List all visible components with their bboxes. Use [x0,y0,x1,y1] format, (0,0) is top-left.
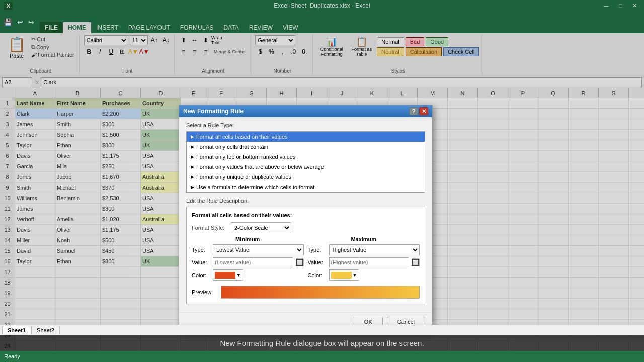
rule-label-5: Use a formula to determine which cells t… [196,184,314,190]
max-color-button[interactable]: ▼ [329,269,359,281]
dialog-help-button[interactable]: ? [409,107,418,115]
minmax-row: Minimum Type: Lowest Value Value: 🔲 [192,236,420,283]
rule-item-2[interactable]: ▶ Format only top or bottom ranked value… [187,152,425,162]
rule-label-3: Format only values that are above or bel… [196,164,324,170]
max-value-label: Value: [308,259,327,265]
max-color-row: Color: ▼ [308,269,420,281]
max-type-select[interactable]: Highest Value [329,244,420,255]
rule-item-4[interactable]: ▶ Format only unique or duplicate values [187,172,425,182]
max-value-row: Value: 🔲 [308,257,420,267]
preview-label: Preview [192,289,217,295]
dialog-title-bar: New Formatting Rule ? ✕ [179,105,432,117]
edit-rule-label: Edit the Rule Description: [186,198,425,204]
rule-type-list: ▶ Format all cells based on their values… [186,131,425,193]
status-bar: Ready [0,351,644,362]
rule-arrow-0: ▶ [191,134,194,139]
maximum-col: Maximum Type: Highest Value Value: 🔲 [308,236,420,283]
min-type-row: Type: Lowest Value [192,244,304,255]
dialog-close-button[interactable]: ✕ [419,107,428,115]
rule-item-3[interactable]: ▶ Format only values that are above or b… [187,162,425,172]
rule-arrow-1: ▶ [191,144,194,149]
min-value-picker-icon[interactable]: 🔲 [295,258,304,266]
max-value-picker-icon[interactable]: 🔲 [411,258,420,266]
min-color-swatch [215,272,235,279]
rule-item-0[interactable]: ▶ Format all cells based on their values [187,132,425,142]
sheet-tabs: Sheet1 Sheet2 [0,325,644,335]
maximum-header: Maximum [308,236,420,242]
rule-item-5[interactable]: ▶ Use a formula to determine which cells… [187,182,425,192]
rule-label-1: Format only cells that contain [196,144,268,150]
format-description: Format all cells based on their values: [192,212,420,218]
dialog-titlebar-buttons: ? ✕ [409,107,428,115]
caption-bar: New Formatting Rule dialogue box will ap… [0,335,644,351]
max-type-row: Type: Highest Value [308,244,420,255]
min-value-row: Value: 🔲 [192,257,304,267]
rule-label-2: Format only top or bottom ranked values [196,154,295,160]
min-color-row: Color: ▼ [192,269,304,281]
sheet-tab-1[interactable]: Sheet1 [2,326,31,334]
preview-row: Preview [192,286,420,299]
min-color-arrow: ▼ [236,273,241,278]
min-color-button[interactable]: ▼ [213,269,243,281]
new-formatting-rule-dialog: New Formatting Rule ? ✕ Select a Rule Ty… [179,105,433,331]
format-style-label: Format Style: [192,225,227,231]
max-color-label: Color: [308,272,327,278]
select-rule-label: Select a Rule Type: [186,122,425,128]
format-style-select[interactable]: 2-Color Scale [231,222,291,233]
max-color-arrow: ▼ [353,273,357,278]
format-style-row: Format Style: 2-Color Scale [192,222,420,233]
dialog-body: Select a Rule Type: ▶ Format all cells b… [179,117,432,312]
max-color-swatch [331,272,352,279]
rule-arrow-5: ▶ [191,185,194,190]
min-value-input[interactable] [213,257,293,267]
max-type-label: Type: [308,247,327,253]
status-text: Ready [4,353,20,359]
rule-arrow-2: ▶ [191,154,194,159]
min-type-label: Type: [192,247,211,253]
dialog-title: New Formatting Rule [183,108,244,115]
rule-label-4: Format only unique or duplicate values [196,174,291,180]
rule-item-1[interactable]: ▶ Format only cells that contain [187,142,425,152]
dialog-overlay: New Formatting Rule ? ✕ Select a Rule Ty… [0,0,644,362]
min-type-select[interactable]: Lowest Value [213,244,304,255]
max-value-input[interactable] [329,257,410,267]
minimum-header: Minimum [192,236,304,242]
edit-rule-section: Format all cells based on their values: … [186,207,425,304]
minimum-col: Minimum Type: Lowest Value Value: 🔲 [192,236,304,283]
min-color-label: Color: [192,272,211,278]
rule-arrow-3: ▶ [191,164,194,169]
sheet-tab-2[interactable]: Sheet2 [31,326,60,334]
rule-label-0: Format all cells based on their values [196,134,288,140]
min-value-label: Value: [192,259,211,265]
rule-arrow-4: ▶ [191,174,194,179]
preview-bar [221,286,420,299]
caption-text: New Formatting Rule dialogue box will ap… [220,339,424,347]
